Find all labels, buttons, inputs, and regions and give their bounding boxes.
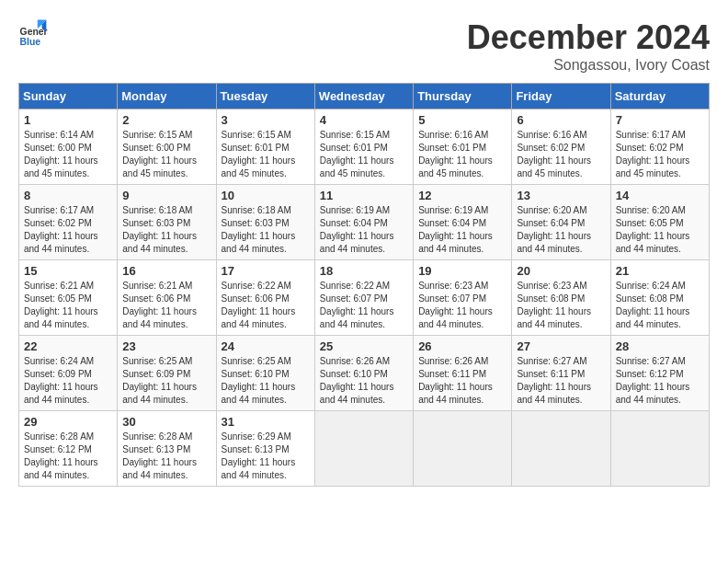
day-number: 26	[418, 339, 506, 353]
cell-info: Sunrise: 6:18 AMSunset: 6:03 PMDaylight:…	[222, 205, 296, 254]
column-header-friday: Friday	[512, 84, 610, 109]
day-number: 24	[222, 339, 310, 353]
day-number: 16	[122, 264, 210, 278]
cell-info: Sunrise: 6:28 AMSunset: 6:13 PMDaylight:…	[122, 431, 197, 480]
day-number: 6	[517, 113, 605, 127]
day-number: 29	[24, 415, 112, 429]
calendar-table: SundayMondayTuesdayWednesdayThursdayFrid…	[18, 83, 710, 487]
calendar-cell: 12 Sunrise: 6:19 AMSunset: 6:04 PMDaylig…	[414, 185, 512, 260]
calendar-cell: 14 Sunrise: 6:20 AMSunset: 6:05 PMDaylig…	[610, 185, 709, 260]
cell-info: Sunrise: 6:19 AMSunset: 6:04 PMDaylight:…	[418, 205, 493, 254]
cell-info: Sunrise: 6:22 AMSunset: 6:07 PMDaylight:…	[320, 281, 394, 329]
day-number: 19	[418, 264, 506, 278]
cell-info: Sunrise: 6:24 AMSunset: 6:09 PMDaylight:…	[24, 356, 98, 405]
day-number: 9	[122, 189, 210, 202]
cell-info: Sunrise: 6:29 AMSunset: 6:13 PMDaylight:…	[222, 431, 296, 480]
day-number: 18	[320, 264, 408, 278]
cell-info: Sunrise: 6:26 AMSunset: 6:10 PMDaylight:…	[320, 356, 394, 405]
calendar-cell: 31 Sunrise: 6:29 AMSunset: 6:13 PMDaylig…	[216, 411, 314, 487]
column-header-tuesday: Tuesday	[216, 84, 314, 109]
calendar-cell: 20 Sunrise: 6:23 AMSunset: 6:08 PMDaylig…	[512, 260, 610, 336]
day-number: 21	[616, 264, 704, 278]
day-number: 12	[418, 189, 506, 202]
header-row: SundayMondayTuesdayWednesdayThursdayFrid…	[19, 84, 710, 109]
calendar-cell: 23 Sunrise: 6:25 AMSunset: 6:09 PMDaylig…	[118, 336, 216, 411]
week-row-4: 22 Sunrise: 6:24 AMSunset: 6:09 PMDaylig…	[19, 336, 710, 411]
cell-info: Sunrise: 6:25 AMSunset: 6:10 PMDaylight:…	[222, 356, 296, 405]
day-number: 20	[517, 264, 605, 278]
column-header-wednesday: Wednesday	[314, 84, 413, 109]
cell-info: Sunrise: 6:15 AMSunset: 6:01 PMDaylight:…	[222, 130, 296, 178]
day-number: 8	[24, 189, 112, 202]
day-number: 3	[222, 113, 310, 127]
cell-info: Sunrise: 6:18 AMSunset: 6:03 PMDaylight:…	[122, 205, 197, 254]
calendar-cell: 15 Sunrise: 6:21 AMSunset: 6:05 PMDaylig…	[19, 260, 118, 336]
cell-info: Sunrise: 6:21 AMSunset: 6:05 PMDaylight:…	[24, 281, 98, 329]
calendar-cell: 3 Sunrise: 6:15 AMSunset: 6:01 PMDayligh…	[216, 109, 314, 185]
calendar-cell: 30 Sunrise: 6:28 AMSunset: 6:13 PMDaylig…	[118, 411, 216, 487]
title-block: December 2024 Songassou, Ivory Coast	[467, 18, 710, 74]
calendar-cell: 29 Sunrise: 6:28 AMSunset: 6:12 PMDaylig…	[19, 411, 118, 487]
week-row-1: 1 Sunrise: 6:14 AMSunset: 6:00 PMDayligh…	[19, 109, 710, 185]
logo-icon: General Blue	[18, 18, 48, 48]
calendar-cell	[610, 411, 709, 487]
day-number: 28	[616, 339, 704, 353]
calendar-cell: 17 Sunrise: 6:22 AMSunset: 6:06 PMDaylig…	[216, 260, 314, 336]
calendar-cell: 9 Sunrise: 6:18 AMSunset: 6:03 PMDayligh…	[118, 185, 216, 260]
cell-info: Sunrise: 6:25 AMSunset: 6:09 PMDaylight:…	[122, 356, 197, 405]
week-row-3: 15 Sunrise: 6:21 AMSunset: 6:05 PMDaylig…	[19, 260, 710, 336]
logo: General Blue	[18, 18, 48, 48]
day-number: 17	[222, 264, 310, 278]
calendar-cell: 6 Sunrise: 6:16 AMSunset: 6:02 PMDayligh…	[512, 109, 610, 185]
cell-info: Sunrise: 6:19 AMSunset: 6:04 PMDaylight:…	[320, 205, 394, 254]
calendar-cell: 13 Sunrise: 6:20 AMSunset: 6:04 PMDaylig…	[512, 185, 610, 260]
calendar-cell	[314, 411, 413, 487]
calendar-cell: 18 Sunrise: 6:22 AMSunset: 6:07 PMDaylig…	[314, 260, 413, 336]
cell-info: Sunrise: 6:21 AMSunset: 6:06 PMDaylight:…	[122, 281, 197, 329]
calendar-cell: 24 Sunrise: 6:25 AMSunset: 6:10 PMDaylig…	[216, 336, 314, 411]
calendar-cell: 4 Sunrise: 6:15 AMSunset: 6:01 PMDayligh…	[314, 109, 413, 185]
column-header-monday: Monday	[118, 84, 216, 109]
calendar-cell: 26 Sunrise: 6:26 AMSunset: 6:11 PMDaylig…	[414, 336, 512, 411]
cell-info: Sunrise: 6:28 AMSunset: 6:12 PMDaylight:…	[24, 431, 98, 480]
cell-info: Sunrise: 6:23 AMSunset: 6:07 PMDaylight:…	[418, 281, 493, 329]
day-number: 27	[517, 339, 605, 353]
cell-info: Sunrise: 6:22 AMSunset: 6:06 PMDaylight:…	[222, 281, 296, 329]
day-number: 7	[616, 113, 704, 127]
calendar-cell	[414, 411, 512, 487]
cell-info: Sunrise: 6:20 AMSunset: 6:04 PMDaylight:…	[517, 205, 591, 254]
cell-info: Sunrise: 6:27 AMSunset: 6:11 PMDaylight:…	[517, 356, 591, 405]
cell-info: Sunrise: 6:15 AMSunset: 6:01 PMDaylight:…	[320, 130, 394, 178]
day-number: 1	[24, 113, 112, 127]
calendar-cell: 11 Sunrise: 6:19 AMSunset: 6:04 PMDaylig…	[314, 185, 413, 260]
calendar-cell	[512, 411, 610, 487]
day-number: 11	[320, 189, 408, 202]
location: Songassou, Ivory Coast	[467, 57, 710, 74]
calendar-cell: 21 Sunrise: 6:24 AMSunset: 6:08 PMDaylig…	[610, 260, 709, 336]
cell-info: Sunrise: 6:17 AMSunset: 6:02 PMDaylight:…	[616, 130, 690, 178]
cell-info: Sunrise: 6:26 AMSunset: 6:11 PMDaylight:…	[418, 356, 493, 405]
calendar-cell: 10 Sunrise: 6:18 AMSunset: 6:03 PMDaylig…	[216, 185, 314, 260]
calendar-cell: 2 Sunrise: 6:15 AMSunset: 6:00 PMDayligh…	[118, 109, 216, 185]
cell-info: Sunrise: 6:16 AMSunset: 6:01 PMDaylight:…	[418, 130, 493, 178]
day-number: 30	[122, 415, 210, 429]
calendar-cell: 7 Sunrise: 6:17 AMSunset: 6:02 PMDayligh…	[610, 109, 709, 185]
calendar-cell: 19 Sunrise: 6:23 AMSunset: 6:07 PMDaylig…	[414, 260, 512, 336]
cell-info: Sunrise: 6:20 AMSunset: 6:05 PMDaylight:…	[616, 205, 690, 254]
cell-info: Sunrise: 6:23 AMSunset: 6:08 PMDaylight:…	[517, 281, 591, 329]
day-number: 4	[320, 113, 408, 127]
week-row-2: 8 Sunrise: 6:17 AMSunset: 6:02 PMDayligh…	[19, 185, 710, 260]
cell-info: Sunrise: 6:14 AMSunset: 6:00 PMDaylight:…	[24, 130, 98, 178]
day-number: 15	[24, 264, 112, 278]
day-number: 31	[222, 415, 310, 429]
calendar-cell: 22 Sunrise: 6:24 AMSunset: 6:09 PMDaylig…	[19, 336, 118, 411]
calendar-cell: 5 Sunrise: 6:16 AMSunset: 6:01 PMDayligh…	[414, 109, 512, 185]
svg-text:Blue: Blue	[20, 37, 41, 47]
cell-info: Sunrise: 6:15 AMSunset: 6:00 PMDaylight:…	[122, 130, 197, 178]
cell-info: Sunrise: 6:16 AMSunset: 6:02 PMDaylight:…	[517, 130, 591, 178]
month-title: December 2024	[467, 18, 710, 57]
calendar-cell: 8 Sunrise: 6:17 AMSunset: 6:02 PMDayligh…	[19, 185, 118, 260]
day-number: 10	[222, 189, 310, 202]
week-row-5: 29 Sunrise: 6:28 AMSunset: 6:12 PMDaylig…	[19, 411, 710, 487]
calendar-cell: 1 Sunrise: 6:14 AMSunset: 6:00 PMDayligh…	[19, 109, 118, 185]
